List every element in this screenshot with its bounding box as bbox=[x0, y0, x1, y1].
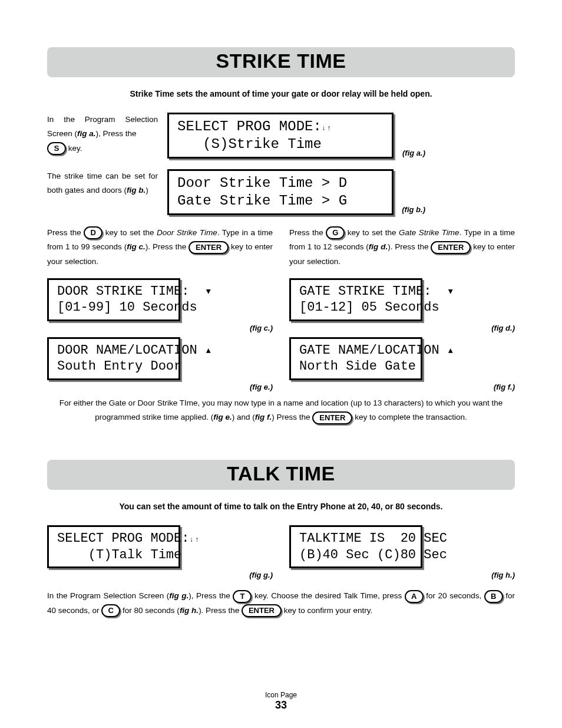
lcd-f-wrap: GATE NAME/LOCATION ▴ North Side Gate (fi… bbox=[289, 337, 515, 391]
key-d: D bbox=[84, 226, 103, 239]
fig-d-label: (fig d.) bbox=[289, 324, 515, 332]
up-filled-icon-2: ▴ bbox=[447, 342, 454, 357]
two-col-lcd-ef: DOOR NAME/LOCATION ▴ South Entry Door (f… bbox=[47, 337, 515, 391]
row-a: In the Program Selection Screen (fig a.)… bbox=[47, 113, 515, 159]
talk-intro: You can set the amount of time to talk o… bbox=[47, 502, 515, 511]
lcd-c-wrap: DOOR STRIKE TIME: ▾ [01-99] 10 Seconds (… bbox=[47, 278, 273, 332]
key-enter-1: ENTER bbox=[189, 241, 229, 254]
strike-time-heading: Strike Time bbox=[47, 50, 515, 73]
key-enter-2: ENTER bbox=[431, 241, 471, 254]
step2-text: The strike time can be set for both gate… bbox=[47, 169, 158, 198]
fig-c-label: (fig c.) bbox=[47, 324, 273, 332]
down-filled-icon: ▾ bbox=[205, 284, 212, 298]
lcd-d-wrap: GATE STRIKE TIME: ▾ [01-12] 05 Seconds (… bbox=[289, 278, 515, 332]
title-bar-strike: Strike Time bbox=[47, 47, 515, 77]
lcd-b: Door Strike Time > D Gate Strike Time > … bbox=[167, 169, 394, 215]
down-filled-icon-2: ▾ bbox=[447, 284, 454, 298]
fig-e-label: (fig e.) bbox=[47, 383, 273, 391]
title-bar-talk: Talk Time bbox=[47, 460, 515, 490]
lcd-b-wrap: Door Strike Time > D Gate Strike Time > … bbox=[167, 169, 394, 215]
two-col-lcd-gh: SELECT PROG MODE:↓↑ (T)Talk Time (fig g.… bbox=[47, 525, 515, 579]
page-footer: Icon Page 33 bbox=[0, 691, 562, 711]
arrows-icon: ↓↑ bbox=[322, 124, 332, 133]
lcd-h: TALKTIME IS 20 SEC (B)40 Sec (C)80 Sec bbox=[289, 525, 422, 568]
row-b: The strike time can be set for both gate… bbox=[47, 169, 515, 215]
gate-instructions: Press the G key to set the Gate Strike T… bbox=[289, 226, 515, 269]
lcd-e: DOOR NAME/LOCATION ▴ South Entry Door bbox=[47, 337, 180, 380]
lcd-d: GATE STRIKE TIME: ▾ [01-12] 05 Seconds bbox=[289, 278, 422, 321]
lcd-f: GATE NAME/LOCATION ▴ North Side Gate bbox=[289, 337, 422, 380]
lcd-a: SELECT PROG MODE:↓↑ (S)Strike Time bbox=[167, 113, 394, 159]
strike-bottom-note: For either the Gate or Door Strike TIme,… bbox=[47, 396, 515, 425]
fig-b-label: (fig b.) bbox=[402, 205, 425, 214]
key-t: T bbox=[233, 590, 252, 603]
lcd-e-wrap: DOOR NAME/LOCATION ▴ South Entry Door (f… bbox=[47, 337, 273, 391]
key-enter-4: ENTER bbox=[242, 604, 282, 617]
fig-f-label: (fig f.) bbox=[289, 383, 515, 391]
talk-bottom-note: In the Program Selection Screen (fig g.)… bbox=[47, 589, 515, 618]
two-col-instructions: Press the D key to set the Door Strike T… bbox=[47, 226, 515, 269]
footer-label: Icon Page bbox=[0, 691, 562, 699]
key-a: A bbox=[405, 590, 424, 603]
strike-intro: Strike Time sets the amount of time your… bbox=[47, 89, 515, 98]
lcd-c: DOOR STRIKE TIME: ▾ [01-99] 10 Seconds bbox=[47, 278, 180, 321]
key-c: C bbox=[101, 604, 120, 617]
fig-a-label: (fig a.) bbox=[402, 149, 425, 157]
fig-h-label: (fig h.) bbox=[289, 571, 515, 579]
lcd-g: SELECT PROG MODE:↓↑ (T)Talk Time bbox=[47, 525, 180, 568]
lcd-g-wrap: SELECT PROG MODE:↓↑ (T)Talk Time (fig g.… bbox=[47, 525, 273, 579]
talk-time-heading: Talk Time bbox=[47, 462, 515, 485]
two-col-lcd-cd: DOOR STRIKE TIME: ▾ [01-99] 10 Seconds (… bbox=[47, 278, 515, 332]
key-b: B bbox=[484, 590, 503, 603]
door-instructions: Press the D key to set the Door Strike T… bbox=[47, 226, 273, 269]
arrows-icon-2: ↓↑ bbox=[189, 536, 200, 544]
key-enter-3: ENTER bbox=[312, 411, 352, 424]
step1-text: In the Program Selection Screen (fig a.)… bbox=[47, 113, 158, 156]
page-number: 33 bbox=[0, 699, 562, 711]
up-filled-icon: ▴ bbox=[205, 342, 212, 357]
fig-g-label: (fig g.) bbox=[47, 571, 273, 579]
lcd-h-wrap: TALKTIME IS 20 SEC (B)40 Sec (C)80 Sec (… bbox=[289, 525, 515, 579]
key-g: G bbox=[326, 226, 345, 239]
key-s: S bbox=[47, 142, 66, 155]
lcd-a-wrap: SELECT PROG MODE:↓↑ (S)Strike Time (fig … bbox=[167, 113, 394, 159]
